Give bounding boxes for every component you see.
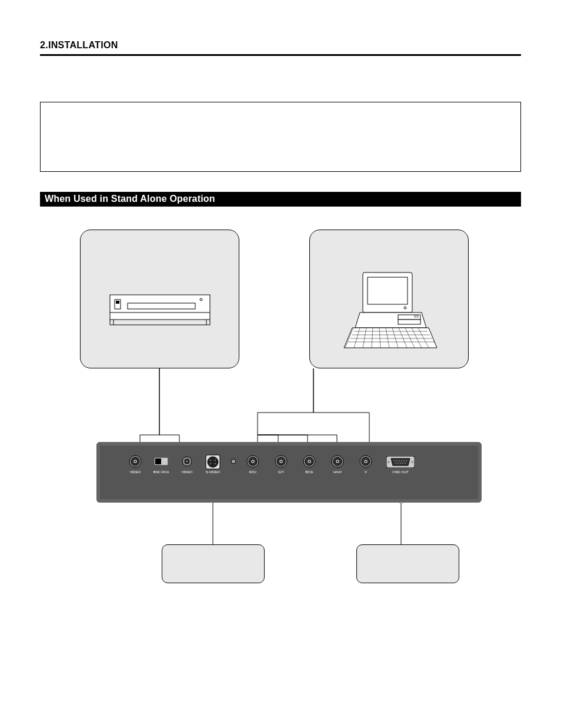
- svg-point-82: [405, 463, 406, 464]
- label-hhv: H/HV: [326, 470, 349, 474]
- callout-box-left: [162, 544, 265, 583]
- svg-point-79: [398, 463, 399, 464]
- svg-point-48: [231, 459, 236, 464]
- port-rcr: [246, 455, 259, 468]
- svg-rect-16: [398, 320, 420, 324]
- note-box: [40, 102, 521, 172]
- svg-rect-8: [116, 301, 119, 304]
- label-osd-out: OSD OUT: [389, 470, 412, 474]
- svg-point-45: [215, 460, 216, 461]
- source-device-computer: [309, 230, 469, 368]
- svg-point-52: [252, 461, 253, 462]
- connection-diagram: VIDEO BNC RCA VIDEO S-VIDEO R/Cr G/Y B/C…: [40, 207, 521, 583]
- label-video: VIDEO: [123, 470, 147, 474]
- label-gy: G/Y: [269, 470, 293, 474]
- label-rcr: R/Cr: [241, 470, 265, 474]
- port-hhv: [331, 455, 344, 468]
- svg-point-64: [337, 461, 338, 462]
- svg-point-71: [412, 461, 413, 463]
- svg-rect-38: [155, 458, 161, 464]
- port-osd-out: [386, 456, 415, 468]
- svg-point-78: [395, 463, 396, 464]
- section-header: 2.INSTALLATION: [40, 40, 521, 56]
- svg-point-72: [394, 460, 395, 461]
- svg-point-75: [401, 460, 402, 461]
- port-v: [359, 455, 372, 468]
- svg-point-73: [396, 460, 398, 461]
- svg-point-41: [186, 461, 188, 462]
- port-bnc-rca-switch: [154, 457, 168, 466]
- svg-rect-13: [368, 277, 408, 304]
- svg-point-46: [210, 463, 211, 464]
- label-bcb: B/Cb: [298, 470, 321, 474]
- port-video-bnc: [129, 455, 142, 468]
- label-video2: VIDEO: [175, 470, 199, 474]
- connector-panel: VIDEO BNC RCA VIDEO S-VIDEO R/Cr G/Y B/C…: [96, 442, 482, 503]
- callout-box-right: [356, 544, 459, 583]
- svg-point-47: [215, 463, 216, 464]
- subsection-bar: When Used in Stand Alone Operation: [40, 192, 521, 207]
- computer-illustration: [310, 230, 468, 368]
- port-video-rca: [182, 456, 192, 467]
- svg-point-74: [399, 460, 400, 461]
- vcr-illustration: [81, 230, 239, 368]
- svg-point-70: [388, 461, 390, 463]
- svg-point-81: [402, 463, 403, 464]
- svg-point-76: [403, 460, 405, 461]
- port-bcb: [303, 455, 316, 468]
- label-bnc-rca: BNC RCA: [149, 470, 173, 474]
- svg-point-36: [135, 461, 136, 462]
- svg-point-43: [208, 457, 218, 467]
- port-svideo: [205, 454, 221, 470]
- svg-point-68: [365, 461, 366, 462]
- svg-point-77: [406, 460, 407, 461]
- svg-point-80: [400, 463, 401, 464]
- source-device-vcr: [80, 230, 239, 368]
- port-indicator: [231, 458, 236, 464]
- svg-point-44: [210, 460, 211, 461]
- label-svideo: S-VIDEO: [201, 470, 225, 474]
- label-v: V: [354, 470, 378, 474]
- svg-point-60: [309, 461, 310, 462]
- port-gy: [275, 455, 288, 468]
- svg-point-56: [280, 461, 282, 462]
